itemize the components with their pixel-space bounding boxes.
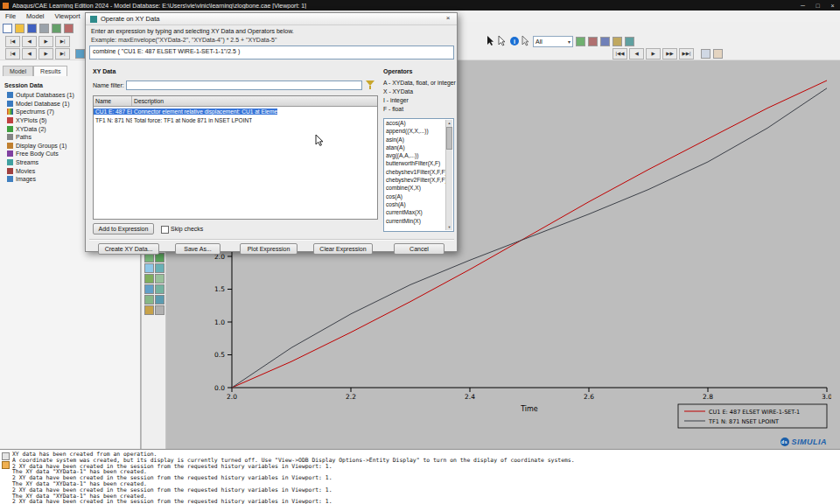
menu-file[interactable]: File — [0, 12, 21, 20]
movie-icon — [7, 168, 13, 174]
scrollbar-thumb[interactable] — [446, 127, 452, 150]
render-shaded-icon[interactable] — [600, 37, 610, 46]
frame-next-button[interactable]: ▶ — [38, 36, 53, 47]
anim-first-button[interactable]: |◀◀ — [612, 48, 627, 60]
frame-last-button[interactable]: ▶| — [55, 36, 70, 47]
operator-item[interactable]: chebyshev1Filter(X,F,F) — [384, 168, 446, 176]
dialog-separator — [89, 239, 454, 241]
snapshot-icon[interactable] — [701, 49, 710, 59]
3ds-mark-icon: ds — [780, 438, 789, 446]
plot-expression-button[interactable]: Plot Expression — [240, 243, 298, 255]
operator-item[interactable]: asin(A) — [384, 136, 446, 144]
minimize-button[interactable]: ─ — [795, 3, 810, 9]
tab-results[interactable]: Results — [33, 66, 67, 76]
dialog-example: Example: maxEnvelope("XYData-2", "XYData… — [91, 37, 276, 43]
table-row[interactable]: TF1 N: 871 NSET LP Total force: TF1 at N… — [94, 116, 377, 124]
toolbox-button-7[interactable] — [144, 284, 154, 294]
view-cut-icon[interactable] — [612, 37, 622, 46]
toolbox-button-3[interactable] — [144, 263, 154, 273]
message-area[interactable]: XY data has been created from an operati… — [0, 449, 840, 504]
x-axis-title: Time — [520, 405, 538, 413]
anim-next-button[interactable]: ▶▶ — [662, 48, 677, 60]
render-wireframe-icon[interactable] — [576, 37, 585, 46]
toolbox-button-6[interactable] — [155, 274, 164, 284]
operators-list[interactable]: acos(A) append((X,X,...)) asin(A) atan(A… — [383, 118, 454, 232]
operator-legend-i: I - integer — [383, 97, 409, 103]
save-as-button[interactable]: Save As... — [175, 243, 220, 255]
kernel-cli-icon[interactable] — [2, 461, 10, 469]
tools-icon-1[interactable] — [52, 24, 61, 33]
render-hidden-icon[interactable] — [588, 37, 598, 46]
result-prev-button[interactable]: ◀ — [22, 48, 37, 60]
dialog-close-icon[interactable]: × — [442, 14, 454, 24]
cancel-button[interactable]: Cancel — [394, 243, 444, 255]
maximize-button[interactable]: □ — [810, 3, 825, 9]
scroll-down-icon[interactable]: ▼ — [446, 224, 452, 230]
open-folder-icon[interactable] — [15, 24, 24, 33]
operator-item[interactable]: currentMax(X) — [384, 208, 446, 216]
query-cursor-icon[interactable] — [498, 36, 507, 46]
result-first-button[interactable]: |◀ — [5, 48, 20, 60]
save-icon[interactable] — [27, 24, 37, 33]
sweep-extrude-icon[interactable] — [625, 37, 634, 46]
skip-checks-checkbox[interactable] — [161, 226, 169, 234]
xy-data-table[interactable]: Name Description CU1 E: 487 ELSET W Conn… — [93, 95, 378, 220]
select-cursor-icon[interactable] — [486, 36, 495, 46]
xydata-icon — [7, 126, 13, 132]
message-log-icon[interactable] — [2, 452, 10, 460]
frame-first-button[interactable]: |◀ — [5, 36, 20, 47]
operator-item[interactable]: acos(A) — [384, 119, 446, 127]
name-filter-input[interactable] — [126, 80, 362, 90]
filter-funnel-icon[interactable] — [366, 80, 374, 89]
anim-play-button[interactable]: ▶ — [646, 48, 661, 60]
result-next-button[interactable]: ▶ — [38, 48, 53, 60]
toolbox-button-8[interactable] — [155, 284, 164, 294]
operator-item[interactable]: currentMin(X) — [384, 217, 446, 225]
print-icon[interactable] — [39, 24, 49, 33]
result-last-button[interactable]: ▶| — [55, 48, 70, 60]
anim-prev-button[interactable]: ◀ — [629, 48, 644, 60]
window-titlebar: Abaqus/CAE Learning Edition 2024 - Model… — [0, 0, 840, 10]
display-group-combo[interactable]: All ▾ — [533, 36, 573, 47]
toolbox-button-12[interactable] — [155, 305, 164, 315]
table-row-selected[interactable]: CU1 E: 487 ELSET W Connector element rel… — [94, 107, 377, 116]
operator-item[interactable]: chebyshev2Filter(X,F,F) — [384, 176, 446, 184]
menu-model[interactable]: Model — [21, 12, 49, 20]
add-to-expression-button[interactable]: Add to Expression — [93, 223, 154, 234]
clear-expression-button[interactable]: Clear Expression — [313, 243, 373, 255]
create-xy-data-button[interactable]: Create XY Data... — [98, 243, 159, 255]
column-name[interactable]: Name — [94, 96, 132, 106]
frame-prev-button[interactable]: ◀ — [22, 36, 37, 47]
new-file-icon[interactable] — [3, 24, 12, 33]
expression-input[interactable]: combine ( "CU1 E: 487 ELSET WIRE-1-SET-1… — [89, 46, 454, 60]
toolbox-button-5[interactable] — [144, 274, 154, 284]
operator-item[interactable]: avg((A,A,...)) — [384, 151, 446, 159]
query-info-icon[interactable]: i — [510, 37, 519, 46]
scroll-up-icon[interactable]: ▲ — [446, 120, 452, 126]
anim-last-button[interactable]: ▶▶| — [679, 48, 694, 60]
column-description[interactable]: Description — [132, 96, 377, 106]
operator-item[interactable]: combine(X,X) — [384, 184, 446, 192]
operator-item[interactable]: butterworthFilter(X,F) — [384, 159, 446, 167]
xyplot-icon — [7, 117, 13, 123]
toolbox-button-9[interactable] — [144, 295, 154, 304]
record-animation-icon[interactable] — [713, 49, 723, 59]
operator-item[interactable]: atan(A) — [384, 144, 446, 151]
dialog-title: Operate on XY Data — [101, 15, 159, 23]
toolbox-button-10[interactable] — [155, 295, 164, 304]
legend-label: TF1 N: 871 NSET LPOINT — [708, 418, 779, 425]
probe-cursor-icon[interactable] — [522, 36, 530, 46]
operator-item[interactable]: append((X,X,...)) — [384, 127, 446, 135]
tab-model[interactable]: Model — [3, 66, 33, 76]
toolbox-button-4[interactable] — [155, 263, 164, 273]
operator-item[interactable]: cosh(A) — [384, 200, 446, 208]
menu-viewport[interactable]: Viewport — [50, 12, 86, 20]
close-button[interactable]: × — [825, 3, 840, 9]
operators-scrollbar[interactable]: ▲ ▼ — [445, 120, 452, 230]
operator-item[interactable]: cos(A) — [384, 192, 446, 200]
dialog-titlebar[interactable]: Operate on XY Data × — [86, 13, 457, 25]
tools-icon-2[interactable] — [64, 24, 74, 33]
spectrum-icon — [7, 108, 13, 115]
dialog-instruction: Enter an expression by typing and select… — [91, 28, 294, 34]
toolbox-button-11[interactable] — [144, 305, 154, 315]
